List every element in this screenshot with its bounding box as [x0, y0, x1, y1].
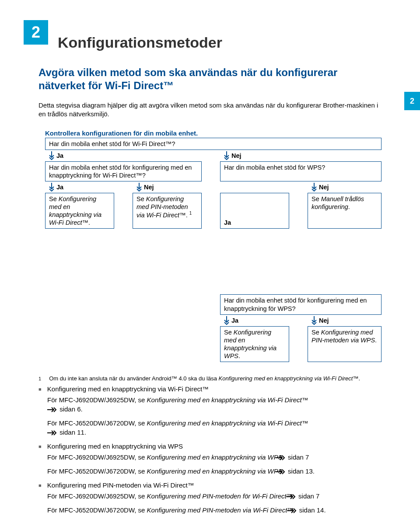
flow-question-2-left: Har din mobila enhet stöd för konfigurer… [45, 161, 202, 181]
label-no: Nej [144, 184, 154, 191]
label-yes: Ja [56, 152, 63, 159]
flow-continue-yes: Ja [220, 193, 289, 229]
arrow-no: Nej [311, 182, 382, 192]
flow-question-2-right: Har din mobila enhet stöd för WPS? [220, 161, 382, 181]
list-sub: För MFC-J6520DW/J6720DW, se Konfigurerin… [56, 505, 382, 516]
down-arrow-icon [224, 151, 230, 160]
list-sub: För MFC-J6920DW/J6925DW, se Konfigurerin… [56, 453, 382, 463]
flow-result-onepush-wfd: Se Konfigurering med en knapptryckning v… [45, 193, 114, 229]
down-arrow-icon [49, 151, 55, 160]
down-arrow-icon [136, 183, 142, 192]
footnote-1: 1 Om du inte kan ansluta när du använder… [38, 375, 382, 382]
label-no: Nej [319, 184, 329, 191]
flow-question-wps-onepush: Har din mobila enhet stöd för konfigurer… [220, 294, 382, 314]
list-item: Konfigurering med en knapptryckning via … [38, 442, 382, 477]
flow-result-onepush-wps: Se Konfigurering med en knapptryckning v… [220, 326, 289, 362]
arrow-yes: Ja [49, 182, 114, 192]
list-sub: För MFC-J6520DW/J6720DW, se Konfigurerin… [56, 467, 382, 477]
section-heading: Avgöra vilken metod som ska användas när… [38, 66, 382, 92]
intro-paragraph: Detta stegvisa diagram hjälper dig att a… [38, 101, 382, 119]
arrow-yes: Ja [49, 150, 202, 161]
page-title: Konfigurationsmetoder [58, 31, 382, 51]
label-no: Nej [319, 317, 329, 324]
chapter-number-badge: 2 [24, 20, 48, 45]
list-sub: För MFC-J6520DW/J6720DW, se Konfigurerin… [56, 418, 382, 438]
side-page-tab: 2 [404, 92, 420, 110]
arrow-yes: Ja [224, 315, 289, 326]
down-arrow-icon [311, 316, 317, 325]
down-arrow-icon [49, 183, 55, 192]
label-no: Nej [231, 152, 242, 159]
down-arrow-icon [224, 316, 230, 325]
reference-list: Konfigurering med en knapptryckning via … [38, 384, 382, 516]
list-item: Konfigurering med en knapptryckning via … [38, 384, 382, 438]
flow-result-pin-wps: Se Konfigurering med PIN-metoden via WPS… [308, 326, 382, 362]
flow-result-manual: Se Manuell trådlös konfigurering. [308, 193, 382, 229]
flow-header: Kontrollera konfigurationen för din mobi… [45, 129, 382, 137]
list-sub: För MFC-J6920DW/J6925DW, se Konfigurerin… [56, 491, 382, 502]
down-arrow-icon [311, 183, 317, 192]
flow-question-1: Har din mobila enhet stöd för Wi-Fi Dire… [45, 138, 382, 150]
arrow-no: Nej [136, 182, 202, 192]
list-item: Konfigurering med PIN-metoden via Wi-Fi … [38, 481, 382, 516]
list-sub: För MFC-J6920DW/J6925DW, se Konfigurerin… [56, 395, 382, 415]
arrow-no: Nej [311, 315, 382, 326]
label-yes: Ja [56, 184, 63, 191]
flow-result-pin-wfd: Se Konfigurering med PIN-metoden via Wi-… [133, 193, 202, 229]
label-yes: Ja [231, 317, 238, 324]
arrow-no: Nej [224, 150, 382, 161]
